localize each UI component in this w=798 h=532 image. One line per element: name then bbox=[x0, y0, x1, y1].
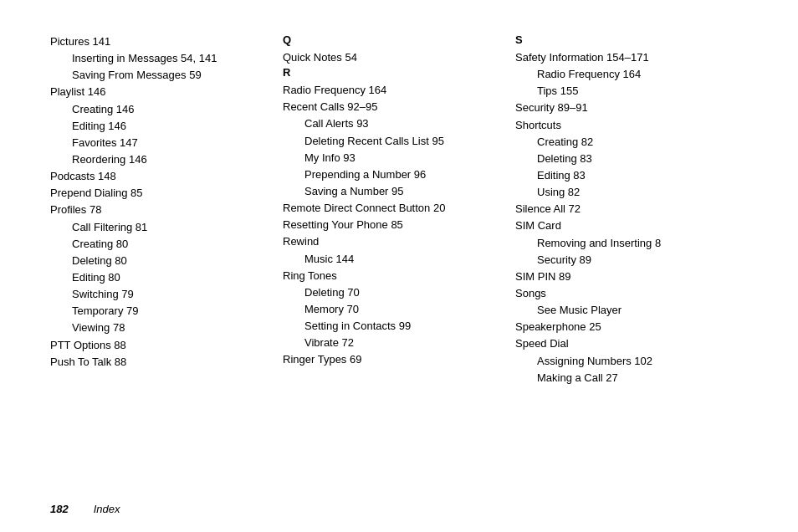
index-entry: Saving From Messages 59 bbox=[72, 67, 266, 84]
index-entry: Safety Information 154–171 bbox=[515, 49, 731, 66]
index-entry: Memory 70 bbox=[304, 301, 499, 318]
index-entry: Rewind bbox=[283, 233, 499, 250]
section-letter-Q: Q bbox=[283, 33, 499, 46]
index-entry: Call Filtering 81 bbox=[72, 219, 266, 236]
index-entry: Prepending a Number 96 bbox=[304, 166, 499, 183]
index-entry: Silence All 72 bbox=[515, 201, 731, 217]
index-entry: Creating 146 bbox=[72, 101, 266, 118]
index-entry: Deleting Recent Calls List 95 bbox=[304, 133, 499, 150]
column-3: SSafety Information 154–171Radio Frequen… bbox=[515, 33, 748, 386]
index-entry: Switching 79 bbox=[72, 286, 266, 303]
index-entry: Resetting Your Phone 85 bbox=[283, 217, 499, 233]
index-entry: Prepend Dialing 85 bbox=[50, 185, 266, 202]
index-entry: Creating 80 bbox=[72, 236, 266, 253]
index-entry: Recent Calls 92–95 bbox=[283, 99, 499, 115]
index-entry: Vibrate 72 bbox=[304, 335, 499, 351]
index-entry: Radio Frequency 164 bbox=[283, 82, 499, 99]
footer-label: Index bbox=[94, 503, 120, 515]
index-entry: Inserting in Messages 54, 141 bbox=[72, 50, 266, 67]
index-entry: Assigning Numbers 102 bbox=[537, 353, 731, 370]
column-2: QQuick Notes 54RRadio Frequency 164Recen… bbox=[283, 33, 515, 386]
index-entry: Viewing 78 bbox=[72, 320, 266, 336]
index-entry: Radio Frequency 164 bbox=[537, 66, 731, 83]
index-entry: My Info 93 bbox=[304, 150, 499, 166]
index-entry: Podcasts 148 bbox=[50, 168, 266, 185]
index-entry: Shortcuts bbox=[515, 117, 731, 134]
index-entry: Playlist 146 bbox=[50, 84, 266, 100]
index-entry: Deleting 80 bbox=[72, 253, 266, 269]
index-entry: Security 89–91 bbox=[515, 100, 731, 116]
index-entry: Using 82 bbox=[537, 184, 731, 201]
index-entry: Favorites 147 bbox=[72, 135, 266, 151]
index-entry: Reordering 146 bbox=[72, 151, 266, 168]
index-entry: Setting in Contacts 99 bbox=[304, 318, 499, 335]
index-entry: SIM PIN 89 bbox=[515, 269, 731, 285]
index-entry: Deleting 70 bbox=[304, 284, 499, 301]
index-entry: See Music Player bbox=[537, 302, 731, 319]
index-entry: Tips 155 bbox=[537, 83, 731, 100]
index-entry: Remote Direct Connect Button 20 bbox=[283, 200, 499, 217]
index-entry: Music 144 bbox=[304, 251, 499, 268]
index-entry: Editing 83 bbox=[537, 167, 731, 184]
index-entry: Making a Call 27 bbox=[537, 370, 731, 386]
section-letter-R: R bbox=[283, 66, 499, 79]
footer-page: 182 bbox=[50, 503, 69, 515]
index-entry: Profiles 78 bbox=[50, 202, 266, 218]
index-entry: Editing 146 bbox=[72, 118, 266, 135]
index-entry: Ring Tones bbox=[283, 268, 499, 284]
index-entry: Ringer Types 69 bbox=[283, 351, 499, 368]
index-entry: Editing 80 bbox=[72, 269, 266, 286]
section-letter-S: S bbox=[515, 33, 731, 46]
index-entry: Speakerphone 25 bbox=[515, 319, 731, 335]
footer: 182 Index bbox=[50, 503, 120, 515]
index-entry: Call Alerts 93 bbox=[304, 115, 499, 132]
index-columns: Pictures 141Inserting in Messages 54, 14… bbox=[50, 33, 748, 386]
index-entry: Removing and Inserting 8 bbox=[537, 235, 731, 252]
index-entry: Security 89 bbox=[537, 252, 731, 269]
index-entry: Deleting 83 bbox=[537, 151, 731, 167]
index-entry: Quick Notes 54 bbox=[283, 49, 499, 66]
index-entry: Saving a Number 95 bbox=[304, 183, 499, 200]
index-entry: Speed Dial bbox=[515, 335, 731, 352]
index-entry: Temporary 79 bbox=[72, 303, 266, 320]
column-1: Pictures 141Inserting in Messages 54, 14… bbox=[50, 33, 283, 386]
index-entry: Pictures 141 bbox=[50, 33, 266, 50]
index-entry: PTT Options 88 bbox=[50, 337, 266, 354]
index-entry: Songs bbox=[515, 285, 731, 302]
page: Pictures 141Inserting in Messages 54, 14… bbox=[0, 0, 798, 532]
index-entry: Creating 82 bbox=[537, 134, 731, 151]
index-entry: Push To Talk 88 bbox=[50, 354, 266, 371]
index-entry: SIM Card bbox=[515, 217, 731, 234]
